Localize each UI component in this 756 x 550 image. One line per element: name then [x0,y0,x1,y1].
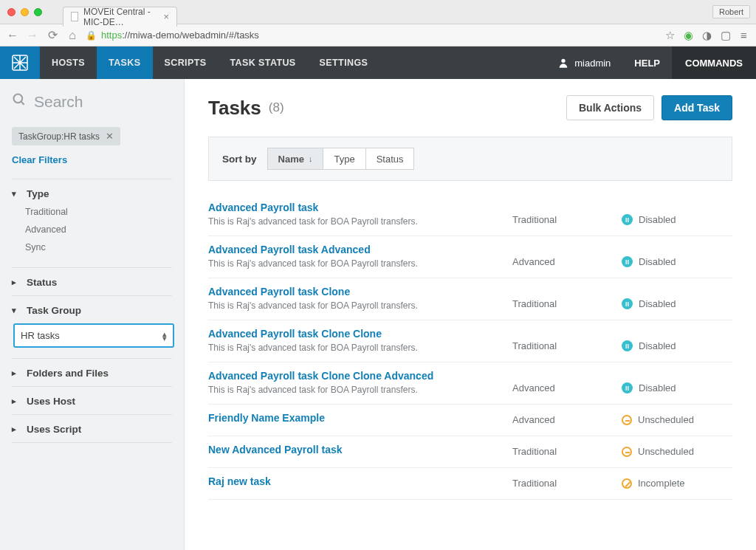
logo-icon [11,54,29,72]
nav-tasks[interactable]: TASKS [97,47,152,79]
sort-type[interactable]: Type [323,148,365,170]
type-option-sync[interactable]: Sync [25,242,172,252]
task-type: Advanced [512,414,608,427]
task-title-link[interactable]: Advanced Payroll task [208,202,499,213]
facet-label: Type [27,188,49,199]
status-text: Disabled [639,298,676,309]
facet-header-folders-files[interactable]: ▸ Folders and Files [12,368,172,379]
main-content: Tasks (8) Bulk Actions Add Task Sort by … [185,79,756,550]
search-input[interactable]: Search [12,92,172,111]
task-status: IIDisabled [622,214,732,227]
task-title-link[interactable]: Raj new task [208,475,499,487]
close-tab-icon[interactable]: × [163,12,169,21]
browser-tabstrip: MOVEit Central - MIC-DE… × Robert [0,0,756,24]
facet-header-task-group[interactable]: ▾ Task Group [12,305,172,316]
task-description: This is Raj's advanced task for BOA Payr… [208,385,499,395]
chevron-down-icon: ▾ [12,189,21,199]
address-bar[interactable]: 🔒 https://miwa-demo/webadmin/#/tasks [86,30,657,41]
facet-header-uses-host[interactable]: ▸ Uses Host [12,396,172,407]
task-title-link[interactable]: Advanced Payroll task Clone Clone [208,328,499,340]
minimize-window-icon[interactable] [21,8,29,16]
task-title-link[interactable]: Advanced Payroll task Clone Clone Advanc… [208,370,499,382]
browser-tab[interactable]: MOVEit Central - MIC-DE… × [63,7,177,27]
task-type: Traditional [512,214,608,227]
window-controls [0,8,42,16]
sort-label: Sort by [222,154,257,165]
task-type: Traditional [512,478,608,490]
clear-filters-link[interactable]: Clear Filters [12,154,172,165]
task-row: Advanced Payroll task Clone Clone Advanc… [208,362,732,405]
type-option-traditional[interactable]: Traditional [25,207,172,217]
nav-task-status[interactable]: TASK STATUS [218,47,307,79]
type-option-advanced[interactable]: Advanced [25,224,172,235]
select-caret-icon: ▴▾ [162,331,167,340]
status-text: Disabled [639,382,676,393]
sort-bar: Sort by Name↓TypeStatus [208,137,732,181]
facet-label: Folders and Files [27,368,109,379]
task-title-link[interactable]: New Advanced Payroll task [208,444,499,456]
bookmark-icon[interactable]: ☆ [664,29,676,41]
select-value: HR tasks [21,330,60,341]
task-title-link[interactable]: Advanced Payroll task Advanced [208,244,499,255]
extension-icon-2[interactable]: ◑ [701,29,713,41]
task-status: Unscheduled [622,446,732,458]
nav-settings[interactable]: SETTINGS [308,47,380,79]
task-title-link[interactable]: Friendly Name Example [208,412,499,424]
maximize-window-icon[interactable] [34,8,42,16]
task-row: Advanced Payroll task Clone CloneThis is… [208,320,732,362]
slash-circle-icon [622,478,632,489]
app-logo[interactable] [0,47,40,79]
home-button[interactable]: ⌂ [66,29,79,42]
chevron-down-icon: ▾ [12,306,21,315]
task-title-link[interactable]: Advanced Payroll task Clone [208,286,499,298]
help-link[interactable]: HELP [622,47,672,79]
facet-header-status[interactable]: ▸ Status [12,277,172,288]
task-row: New Advanced Payroll taskTraditionalUnsc… [208,436,732,468]
reload-button[interactable]: ⟳ [46,29,59,42]
nav-hosts[interactable]: HOSTS [40,47,97,79]
pause-icon: II [622,256,633,267]
sort-arrow-icon: ↓ [309,154,313,163]
task-type: Advanced [512,382,608,395]
app-navbar: HOSTSTASKSSCRIPTSTASK STATUSSETTINGS mia… [0,47,756,79]
task-count: (8) [269,100,284,115]
facet-status: ▸ Status [12,267,172,295]
current-user[interactable]: miadmin [546,47,622,79]
task-row: Advanced Payroll taskThis is Raj's advan… [208,194,732,236]
facet-label: Uses Script [27,424,81,435]
tab-title: MOVEit Central - MIC-DE… [83,7,163,27]
url-scheme: https [101,30,122,41]
extension-icon[interactable]: ◉ [682,29,695,41]
commands-link[interactable]: COMMANDS [672,47,756,79]
nav-scripts[interactable]: SCRIPTS [153,47,219,79]
chevron-right-icon: ▸ [12,424,21,434]
task-group-select[interactable]: HR tasks ▴▾ [13,323,174,348]
menu-icon[interactable]: ≡ [738,29,750,41]
browser-profile[interactable]: Robert [712,5,750,18]
lock-icon: 🔒 [86,30,97,41]
task-row: Friendly Name ExampleAdvancedUnscheduled [208,405,732,436]
back-button[interactable]: ← [6,29,19,42]
sort-status[interactable]: Status [365,148,415,170]
task-status: IIDisabled [622,382,732,395]
filter-chip-label: TaskGroup:HR tasks [18,131,100,142]
clock-icon [622,447,632,457]
extension-icon-3[interactable]: ▢ [719,29,732,41]
url-text: ://miwa-demo/webadmin/#/tasks [122,30,259,41]
facet-uses-script: ▸ Uses Script [12,414,172,443]
task-description: This is Raj's advanced task for BOA Payr… [208,343,499,353]
pause-icon: II [622,382,633,393]
active-filter-chip[interactable]: TaskGroup:HR tasks ✕ [12,127,120,145]
forward-button: → [26,29,39,42]
add-task-button[interactable]: Add Task [662,95,732,120]
favicon-icon [71,12,78,21]
chevron-right-icon: ▸ [12,368,21,378]
facet-header-uses-script[interactable]: ▸ Uses Script [12,424,172,435]
bulk-actions-button[interactable]: Bulk Actions [566,95,654,120]
remove-filter-icon[interactable]: ✕ [106,131,114,142]
close-window-icon[interactable] [7,8,16,16]
sort-name[interactable]: Name↓ [267,148,324,170]
facet-folders-files: ▸ Folders and Files [12,358,172,386]
svg-point-1 [562,59,566,63]
facet-header-type[interactable]: ▾ Type [12,188,172,199]
